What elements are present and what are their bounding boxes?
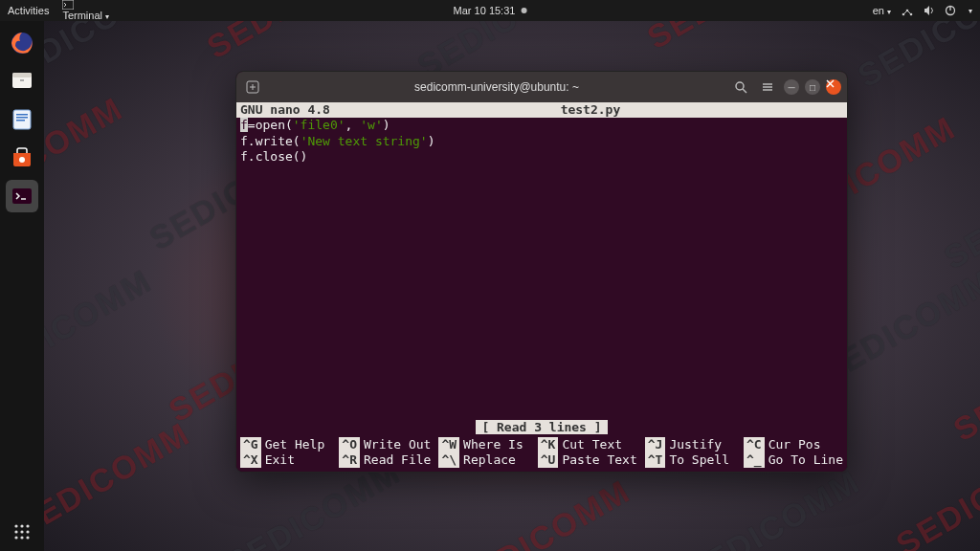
clock[interactable]: Mar 10 15:31 bbox=[454, 5, 527, 16]
nano-version: GNU nano 4.8 bbox=[240, 102, 338, 118]
terminal-window: sedicomm-university@ubuntu: ~ ─ □ GNU na… bbox=[235, 71, 848, 473]
watermark-text: SEDICOMM bbox=[44, 90, 129, 219]
watermark-text: SEDICOMM bbox=[201, 21, 388, 66]
svg-rect-13 bbox=[16, 120, 25, 121]
watermark-text: SEDICOMM bbox=[947, 320, 980, 449]
watermark-text: SEDICOMM bbox=[450, 473, 636, 551]
clock-label: Mar 10 15:31 bbox=[454, 5, 516, 16]
shortcut-label: To Spell bbox=[669, 452, 729, 468]
menu-button[interactable] bbox=[757, 77, 778, 98]
nano-shortcut: ^RRead File bbox=[339, 452, 431, 468]
hamburger-icon bbox=[761, 80, 774, 94]
software-icon bbox=[10, 145, 34, 170]
shortcut-key: ^U bbox=[538, 452, 559, 468]
dock-software[interactable] bbox=[6, 142, 38, 174]
maximize-button[interactable]: □ bbox=[805, 79, 820, 95]
watermark-text: SEDICOMM bbox=[44, 21, 177, 95]
nano-status: [ Read 3 lines ] bbox=[236, 420, 847, 435]
shortcut-label: Justify bbox=[669, 437, 722, 452]
watermark-text: SEDICOMM bbox=[641, 21, 828, 56]
plus-box-icon bbox=[246, 80, 259, 94]
shortcut-label: Write Out bbox=[364, 437, 431, 452]
shortcut-key: ^R bbox=[339, 452, 360, 468]
window-title: sedicomm-university@ubuntu: ~ bbox=[269, 80, 724, 94]
shortcut-key: ^C bbox=[744, 437, 765, 452]
watermark-text: SEDICOMM bbox=[44, 262, 158, 391]
close-button[interactable] bbox=[826, 79, 841, 95]
minimize-button[interactable]: ─ bbox=[784, 79, 799, 95]
dock bbox=[0, 21, 44, 551]
shortcut-label: Cut Text bbox=[562, 437, 622, 452]
gnome-topbar: Activities Terminal▾ Mar 10 15:31 en▾ ▾ bbox=[0, 0, 980, 21]
svg-point-23 bbox=[14, 536, 17, 539]
svg-point-19 bbox=[26, 524, 29, 527]
code-line: f.close() bbox=[240, 149, 843, 165]
files-icon bbox=[10, 69, 34, 94]
chevron-down-icon: ▾ bbox=[887, 8, 891, 16]
window-titlebar[interactable]: sedicomm-university@ubuntu: ~ ─ □ bbox=[236, 72, 847, 102]
shortcut-label: Get Help bbox=[265, 437, 325, 452]
shortcut-label: Replace bbox=[463, 452, 516, 468]
svg-point-24 bbox=[20, 536, 23, 539]
shortcut-label: Cur Pos bbox=[768, 437, 821, 452]
new-tab-button[interactable] bbox=[242, 77, 263, 98]
dock-terminal[interactable] bbox=[6, 180, 38, 212]
dock-files[interactable] bbox=[6, 65, 38, 98]
watermark-text: SEDICOMM bbox=[938, 147, 980, 276]
chevron-down-icon: ▾ bbox=[105, 12, 109, 21]
svg-rect-9 bbox=[20, 79, 24, 81]
svg-rect-15 bbox=[12, 188, 32, 204]
svg-rect-8 bbox=[12, 73, 32, 77]
shortcut-key: ^T bbox=[645, 452, 666, 468]
watermark-text: SEDICOMM bbox=[679, 463, 866, 551]
network-icon[interactable] bbox=[901, 5, 914, 16]
nano-filename: test2.py bbox=[338, 102, 843, 118]
nano-status-label: [ Read 3 lines ] bbox=[476, 420, 607, 434]
nano-shortcut: ^GGet Help bbox=[240, 437, 331, 452]
shortcut-label: Where Is bbox=[463, 437, 523, 452]
show-applications[interactable] bbox=[0, 522, 44, 541]
nano-shortcut: ^CCur Pos bbox=[744, 437, 843, 452]
nano-shortcut: ^JJustify bbox=[645, 437, 736, 452]
nano-shortcut: ^WWhere Is bbox=[438, 437, 529, 452]
terminal-icon bbox=[10, 184, 34, 209]
search-icon bbox=[734, 80, 747, 94]
activities-button[interactable]: Activities bbox=[8, 5, 49, 16]
svg-point-17 bbox=[14, 524, 17, 527]
dock-writer[interactable] bbox=[6, 103, 38, 136]
desktop: SEDICOMMSEDICOMMSEDICOMMSEDICOMMSEDICOMM… bbox=[44, 21, 980, 551]
shortcut-label: Read File bbox=[364, 452, 431, 468]
cursor: f bbox=[240, 118, 248, 132]
shortcut-key: ^J bbox=[645, 437, 666, 452]
svg-rect-0 bbox=[62, 0, 74, 10]
shortcut-key: ^_ bbox=[744, 452, 765, 468]
svg-point-25 bbox=[26, 536, 29, 539]
shortcut-label: Go To Line bbox=[768, 452, 843, 468]
chevron-down-icon: ▾ bbox=[969, 7, 972, 15]
shortcut-label: Paste Text bbox=[562, 452, 636, 468]
grid-icon bbox=[12, 522, 32, 541]
volume-icon[interactable] bbox=[924, 5, 935, 16]
app-menu[interactable]: Terminal▾ bbox=[62, 0, 109, 21]
svg-point-18 bbox=[20, 524, 23, 527]
code-line: f.write('New text string') bbox=[240, 134, 843, 149]
app-menu-label: Terminal bbox=[62, 10, 102, 21]
watermark-text: SEDICOMM bbox=[44, 415, 196, 544]
terminal-body[interactable]: GNU nano 4.8 test2.py f=open('file0', 'w… bbox=[236, 102, 847, 472]
dock-firefox[interactable] bbox=[6, 27, 38, 59]
shortcut-key: ^O bbox=[339, 437, 360, 452]
writer-icon bbox=[10, 107, 34, 132]
terminal-mini-icon bbox=[62, 0, 74, 10]
nano-shortcut: ^TTo Spell bbox=[645, 452, 736, 468]
input-lang[interactable]: en▾ bbox=[873, 5, 891, 16]
notification-dot-icon bbox=[521, 8, 526, 13]
search-button[interactable] bbox=[730, 77, 751, 98]
editor-content[interactable]: f=open('file0', 'w') f.write('New text s… bbox=[236, 118, 847, 165]
power-icon[interactable] bbox=[945, 5, 956, 16]
nano-shortcuts: ^GGet Help^OWrite Out^WWhere Is^KCut Tex… bbox=[240, 437, 843, 469]
nano-shortcut: ^XExit bbox=[240, 452, 331, 468]
svg-point-22 bbox=[26, 530, 29, 533]
nano-shortcut: ^KCut Text bbox=[538, 437, 637, 452]
code-line: f=open('file0', 'w') bbox=[240, 118, 843, 133]
firefox-icon bbox=[10, 31, 34, 55]
